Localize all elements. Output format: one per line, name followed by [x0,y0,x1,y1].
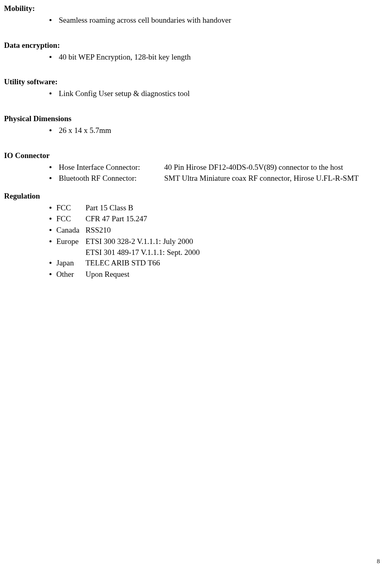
list-item: 26 x 14 x 5.7mm [4,125,380,136]
bullet-icon [49,177,51,179]
bullet-icon [49,218,51,220]
bullet-icon [49,92,51,94]
reg-label-0: FCC [56,203,86,213]
io-label-1: Bluetooth RF Connector: [59,173,164,184]
list-item: Europe ETSI 300 328-2 V.1.1.1: July 2000 [4,236,380,247]
reg-value-4: TELEC ARIB STD T66 [86,258,380,268]
bullet-icon [49,19,51,21]
io-label-0: Hose Interface Connector: [59,162,164,173]
list-item: Canada RSS210 [4,225,380,235]
list-item: Seamless roaming across cell boundaries … [4,15,380,26]
reg-value-0: Part 15 Class B [86,203,380,213]
bullet-icon [49,207,51,209]
list-item: Bluetooth RF Connector: SMT Ultra Miniat… [4,173,380,184]
list-item: FCC CFR 47 Part 15.247 [4,214,380,224]
utility-header: Utility software: [4,77,380,86]
list-item: Link Config User setup & diagnostics too… [4,88,380,99]
section-mobility: Mobility: Seamless roaming across cell b… [4,4,380,26]
mobility-header: Mobility: [4,4,380,13]
section-encryption: Data encryption: 40 bit WEP Encryption, … [4,41,380,62]
list-item: FCC Part 15 Class B [4,203,380,213]
reg-value-5: Upon Request [86,269,380,280]
reg-label-5: Other [56,269,86,280]
io-value-1: SMT Ultra Miniature coax RF connector, H… [164,173,380,184]
reg-value-2: RSS210 [86,225,380,235]
page-number: 8 [377,558,380,565]
section-physical: Physical Dimensions 26 x 14 x 5.7mm [4,114,380,136]
reg-label-3: Europe [56,236,86,247]
encryption-header: Data encryption: [4,41,380,50]
list-item: Other Upon Request [4,269,380,280]
bullet-icon [49,56,51,58]
reg-label-1: FCC [56,214,86,224]
io-header: IO Connector [4,151,380,160]
reg-label-4: Japan [56,258,86,268]
bullet-icon [49,129,51,131]
section-io: IO Connector Hose Interface Connector: 4… [4,151,380,184]
mobility-text: Seamless roaming across cell boundaries … [59,15,380,26]
io-value-0: 40 Pin Hirose DF12-40DS-0.5V(89) connect… [164,162,380,173]
reg-label-2: Canada [56,225,86,235]
reg-value-3-cont: ETSI 301 489-17 V.1.1.1: Sept. 2000 [86,247,380,258]
bullet-icon [49,240,51,242]
section-regulation: Regulation FCC Part 15 Class B FCC CFR 4… [4,192,380,279]
section-utility: Utility software: Link Config User setup… [4,77,380,99]
bullet-icon [49,166,51,168]
encryption-text: 40 bit WEP Encryption, 128-bit key lengt… [59,52,380,62]
regulation-header: Regulation [4,192,380,201]
list-item: Hose Interface Connector: 40 Pin Hirose … [4,162,380,173]
list-item: Japan TELEC ARIB STD T66 [4,258,380,268]
bullet-icon [49,229,51,231]
list-item: 40 bit WEP Encryption, 128-bit key lengt… [4,52,380,62]
bullet-icon [49,262,51,264]
physical-text: 26 x 14 x 5.7mm [59,125,380,136]
utility-text: Link Config User setup & diagnostics too… [59,88,380,99]
reg-value-1: CFR 47 Part 15.247 [86,214,380,224]
physical-header: Physical Dimensions [4,114,380,123]
bullet-icon [49,273,51,275]
reg-value-3: ETSI 300 328-2 V.1.1.1: July 2000 [86,236,380,247]
